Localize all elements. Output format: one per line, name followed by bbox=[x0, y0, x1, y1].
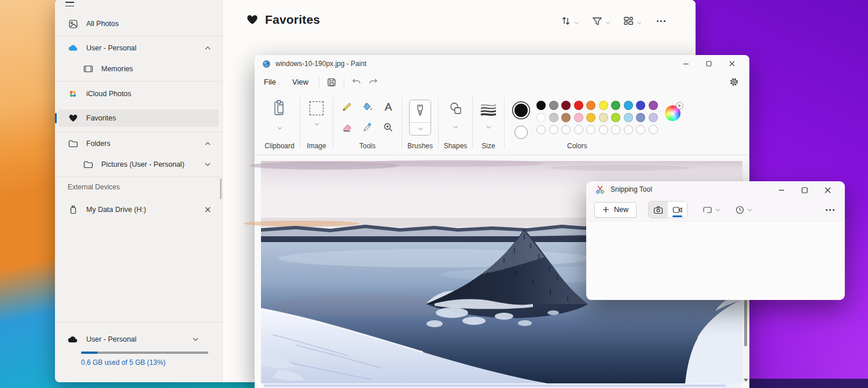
layout-view-button[interactable] bbox=[623, 16, 634, 26]
paint-app-icon bbox=[262, 60, 271, 68]
color-swatch-empty[interactable] bbox=[574, 125, 583, 134]
color-swatch[interactable] bbox=[649, 101, 658, 110]
maximize-button[interactable] bbox=[697, 55, 720, 72]
color-swatch[interactable] bbox=[586, 113, 595, 122]
color-swatch-empty[interactable] bbox=[649, 125, 658, 134]
menu-file[interactable]: File bbox=[257, 75, 283, 89]
filter-button[interactable] bbox=[592, 16, 602, 26]
chevron-down-icon[interactable] bbox=[314, 118, 319, 128]
chevron-up-icon[interactable] bbox=[205, 142, 211, 145]
sidebar-item-all-photos[interactable]: All Photos bbox=[58, 15, 219, 32]
color-swatch[interactable] bbox=[599, 101, 608, 110]
color-swatch[interactable] bbox=[636, 101, 645, 110]
chevron-down-icon[interactable] bbox=[193, 338, 198, 341]
foreground-color-swatch[interactable] bbox=[514, 104, 528, 117]
color-swatch[interactable] bbox=[549, 101, 558, 110]
minimize-button[interactable] bbox=[674, 55, 697, 72]
color-swatch[interactable] bbox=[536, 113, 546, 122]
sidebar-item-label: Folders bbox=[86, 140, 111, 148]
sort-button[interactable] bbox=[561, 16, 571, 26]
color-swatch[interactable] bbox=[549, 113, 558, 122]
color-swatch[interactable] bbox=[624, 101, 633, 110]
horizontal-scrollbar-thumb[interactable] bbox=[264, 385, 726, 387]
sidebar-item-pictures[interactable]: Pictures (User - Personal) bbox=[58, 156, 219, 173]
magnifier-tool[interactable] bbox=[381, 120, 396, 135]
paint-titlebar[interactable]: windows-10-190px.jpg - Paint bbox=[255, 55, 749, 72]
chevron-down-icon[interactable] bbox=[453, 120, 458, 131]
shapes-button[interactable] bbox=[448, 101, 463, 118]
chevron-down-icon[interactable] bbox=[486, 120, 491, 131]
color-swatch[interactable] bbox=[536, 101, 546, 110]
select-button[interactable] bbox=[310, 101, 323, 115]
color-swatch[interactable] bbox=[611, 101, 620, 110]
settings-gear-icon[interactable] bbox=[725, 74, 742, 89]
text-tool[interactable]: A bbox=[381, 100, 396, 115]
see-more-button[interactable] bbox=[826, 209, 834, 211]
color-swatch[interactable] bbox=[561, 113, 571, 122]
fill-tool[interactable] bbox=[360, 100, 375, 115]
horizontal-scrollbar[interactable] bbox=[263, 383, 741, 388]
chevron-down-icon[interactable] bbox=[205, 163, 211, 166]
undo-button[interactable] bbox=[348, 75, 365, 90]
sidebar-item-memories[interactable]: Memories bbox=[58, 60, 219, 78]
color-swatch-empty[interactable] bbox=[536, 125, 546, 134]
desktop: All Photos User - Personal Memories bbox=[0, 0, 868, 388]
sidebar-item-folders[interactable]: Folders bbox=[58, 135, 219, 152]
color-picker-tool[interactable] bbox=[360, 120, 375, 135]
close-button[interactable] bbox=[816, 181, 839, 199]
color-swatch-empty[interactable] bbox=[549, 125, 558, 134]
sidebar-item-icloud-photos[interactable]: iCloud Photos bbox=[58, 85, 219, 103]
color-swatch[interactable] bbox=[649, 113, 658, 122]
chevron-down-icon[interactable] bbox=[574, 16, 579, 27]
storage-account-row[interactable]: User - Personal bbox=[68, 334, 212, 345]
color-swatch[interactable] bbox=[624, 113, 633, 122]
vertical-scrollbar-thumb[interactable] bbox=[744, 300, 747, 346]
color-swatch[interactable] bbox=[636, 113, 645, 122]
snipping-titlebar[interactable]: Snipping Tool bbox=[586, 181, 845, 197]
sidebar-item-my-data-drive[interactable]: My Data Drive (H:) bbox=[58, 201, 219, 218]
eject-close-icon[interactable] bbox=[205, 207, 211, 213]
color-swatch-empty[interactable] bbox=[611, 125, 620, 134]
sidebar-item-favorites[interactable]: Favorites bbox=[58, 109, 219, 127]
more-options-button[interactable] bbox=[657, 20, 665, 22]
clipboard-group: Clipboard bbox=[259, 91, 300, 155]
background-color-swatch[interactable] bbox=[514, 126, 528, 139]
color-swatch[interactable] bbox=[574, 113, 583, 122]
scroll-down-arrow[interactable] bbox=[744, 379, 748, 382]
color-swatch[interactable] bbox=[586, 101, 595, 110]
close-button[interactable] bbox=[720, 55, 744, 72]
color-swatch-empty[interactable] bbox=[586, 125, 595, 134]
chevron-down-icon[interactable] bbox=[277, 122, 282, 132]
color-swatch-empty[interactable] bbox=[636, 125, 645, 134]
color-swatch-empty[interactable] bbox=[561, 125, 571, 134]
new-snip-button[interactable]: New bbox=[594, 202, 637, 218]
hamburger-menu-icon[interactable] bbox=[65, 0, 74, 6]
snip-mode-camera-button[interactable] bbox=[649, 202, 668, 218]
clipboard-button[interactable] bbox=[272, 100, 287, 119]
chevron-down-icon[interactable] bbox=[637, 16, 642, 27]
minimize-button[interactable] bbox=[770, 181, 793, 199]
color-swatch[interactable] bbox=[599, 113, 608, 122]
snip-mode-video-button[interactable] bbox=[668, 202, 687, 218]
save-button[interactable] bbox=[323, 75, 340, 90]
color-swatch-empty[interactable] bbox=[599, 125, 608, 134]
color-swatch[interactable] bbox=[561, 101, 571, 110]
chevron-down-icon[interactable] bbox=[605, 16, 610, 27]
size-button[interactable] bbox=[480, 102, 497, 118]
snip-delay-dropdown[interactable] bbox=[735, 206, 752, 214]
color-swatch[interactable] bbox=[574, 101, 583, 110]
redo-button[interactable] bbox=[365, 75, 382, 90]
sidebar-scrollbar-thumb[interactable] bbox=[220, 178, 222, 199]
pencil-tool[interactable] bbox=[339, 100, 354, 115]
menu-view[interactable]: View bbox=[285, 75, 315, 89]
color-swatch[interactable] bbox=[611, 113, 620, 122]
brushes-button[interactable] bbox=[409, 100, 431, 136]
color-swatch-empty[interactable] bbox=[624, 125, 633, 134]
snip-shape-dropdown[interactable] bbox=[703, 206, 720, 214]
edit-colors-button[interactable]: + bbox=[665, 105, 681, 121]
eraser-tool[interactable] bbox=[339, 120, 354, 135]
maximize-button[interactable] bbox=[793, 181, 816, 199]
chevron-up-icon[interactable] bbox=[205, 46, 211, 50]
sidebar-item-user-personal[interactable]: User - Personal bbox=[58, 39, 219, 57]
size-group: Size bbox=[473, 91, 504, 155]
